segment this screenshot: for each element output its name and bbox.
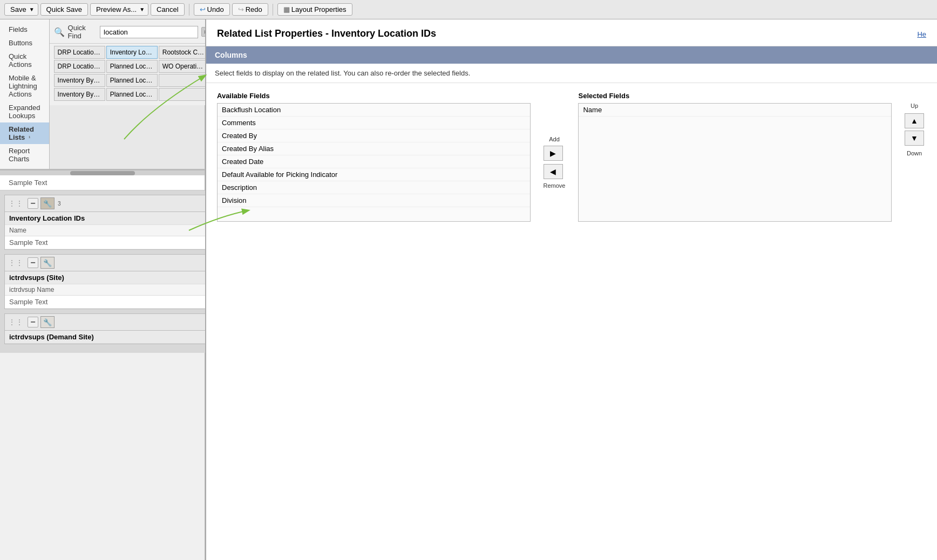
save-caret: ▼ xyxy=(29,6,35,12)
quick-save-button[interactable]: Quick Save xyxy=(40,3,88,16)
sidebar-nav: Fields Buttons Quick Actions Mobile & Li… xyxy=(0,19,49,169)
list-item xyxy=(159,88,210,101)
drag-handle-icon[interactable]: ⋮⋮ xyxy=(8,318,23,326)
add-field-button[interactable]: ▶ xyxy=(544,146,563,161)
cancel-button[interactable]: Cancel xyxy=(151,3,184,16)
selected-fields-list: Name xyxy=(578,103,892,222)
down-label: Down xyxy=(905,150,924,156)
properties-title: Related List Properties - Inventory Loca… xyxy=(217,28,436,39)
main-area: Fields Buttons Quick Actions Mobile & Li… xyxy=(0,19,937,560)
sidebar-item-buttons[interactable]: Buttons xyxy=(0,36,49,50)
available-field-item[interactable]: Created Date xyxy=(218,155,530,168)
drag-handle-icon[interactable]: ⋮⋮ xyxy=(8,258,23,267)
sample-text-bar: Sample Text xyxy=(0,175,205,190)
preview-button[interactable]: Preview As... ▼ xyxy=(90,3,148,16)
up-label: Up xyxy=(905,103,924,109)
available-fields-box: Available Fields Backflush Location Comm… xyxy=(217,92,531,222)
list-item[interactable]: Inventory By Seri... xyxy=(54,88,105,101)
layout-properties-label: Layout Properties xyxy=(291,5,347,13)
top-section: Fields Buttons Quick Actions Mobile & Li… xyxy=(0,19,205,170)
list-item xyxy=(159,74,210,87)
preview-label: Preview As... xyxy=(96,5,137,13)
sidebar-item-report-charts[interactable]: Report Charts xyxy=(0,144,49,166)
undo-label: Undo xyxy=(207,5,224,13)
block-badge: 3 xyxy=(58,201,61,207)
quick-find-area: 🔍 Quick Find × DRP Location Repl... Inve… xyxy=(50,19,214,169)
scrollbar-thumb[interactable] xyxy=(70,171,135,175)
available-field-item[interactable]: Created By xyxy=(218,129,530,142)
toolbar-sep-2 xyxy=(273,4,273,16)
layout-properties-icon: ▦ xyxy=(283,5,290,13)
sidebar-item-quick-actions[interactable]: Quick Actions xyxy=(0,50,49,71)
available-field-item[interactable]: Default Available for Picking Indicator xyxy=(218,168,530,181)
save-button[interactable]: Save ▼ xyxy=(4,3,38,16)
quick-save-label: Quick Save xyxy=(46,5,82,13)
transfer-buttons-area: Add ▶ ◀ Remove xyxy=(541,92,568,222)
quick-find-label: Quick Find xyxy=(68,24,97,40)
selected-fields-box: Selected Fields Name xyxy=(578,92,892,222)
available-field-item[interactable]: Created By Alias xyxy=(218,142,530,155)
list-item[interactable]: Rootstock Cost Tr... xyxy=(159,46,210,59)
wrench-button[interactable]: 🔧 xyxy=(40,197,55,209)
add-label: Add xyxy=(544,136,566,142)
related-lists-badge: ¹ xyxy=(27,135,30,141)
redo-icon: ↪ xyxy=(238,5,244,13)
remove-field-button[interactable]: ◀ xyxy=(544,164,563,179)
sidebar-item-mobile-lightning[interactable]: Mobile & Lightning Actions xyxy=(0,71,49,101)
available-field-item[interactable]: Comments xyxy=(218,117,530,129)
redo-label: Redo xyxy=(246,5,262,13)
sidebar-nav-container: Fields Buttons Quick Actions Mobile & Li… xyxy=(0,19,50,169)
search-icon: 🔍 xyxy=(54,27,65,37)
list-item[interactable]: Planned Location ... 2 xyxy=(106,60,158,73)
sidebar-item-expanded-lookups[interactable]: Expanded Lookups xyxy=(0,101,49,122)
list-item[interactable]: DRP Location Repl... xyxy=(54,46,105,59)
horizontal-scrollbar[interactable] xyxy=(0,170,205,175)
available-field-item[interactable]: Description xyxy=(218,181,530,194)
preview-caret: ▼ xyxy=(139,6,145,12)
undo-icon: ↩ xyxy=(200,5,206,13)
wrench-button[interactable]: 🔧 xyxy=(40,257,55,269)
columns-section-header: Columns xyxy=(206,46,937,64)
redo-button[interactable]: ↪ Redo xyxy=(232,3,268,16)
list-item[interactable]: DRP Location Repl... xyxy=(54,60,105,73)
list-item[interactable]: Planned Location ... xyxy=(106,88,158,101)
selected-fields-label: Selected Fields xyxy=(578,92,892,100)
sidebar-item-related-lists[interactable]: Related Lists ¹ xyxy=(0,122,49,144)
available-fields-list: Backflush Location Comments Created By C… xyxy=(217,103,531,222)
columns-section-desc: Select fields to display on the related … xyxy=(206,64,937,83)
quick-find-bar: 🔍 Quick Find × xyxy=(50,19,214,44)
list-item[interactable]: Inventory Locatio... xyxy=(106,46,158,59)
selected-field-item[interactable]: Name xyxy=(579,104,891,117)
list-item[interactable]: Planned Location ... xyxy=(106,74,158,87)
columns-area: Available Fields Backflush Location Comm… xyxy=(206,83,937,230)
layout-properties-button[interactable]: ▦ Layout Properties xyxy=(277,3,352,16)
cancel-label: Cancel xyxy=(157,5,178,13)
list-item[interactable]: WO Operation Loca... xyxy=(159,60,210,73)
left-panel: Fields Buttons Quick Actions Mobile & Li… xyxy=(0,19,205,560)
available-field-item[interactable]: Backflush Location xyxy=(218,104,530,117)
available-field-item[interactable]: Division xyxy=(218,194,530,207)
sidebar-item-fields[interactable]: Fields xyxy=(0,23,49,36)
quick-find-input[interactable] xyxy=(100,26,198,38)
available-fields-label: Available Fields xyxy=(217,92,531,100)
sample-text: Sample Text xyxy=(9,179,47,187)
remove-block-button[interactable]: − xyxy=(28,257,38,268)
remove-block-button[interactable]: − xyxy=(28,198,38,209)
save-label: Save xyxy=(10,5,26,13)
move-up-button[interactable]: ▲ xyxy=(905,113,924,128)
order-buttons-area: Up ▲ ▼ Down xyxy=(902,92,926,222)
move-down-button[interactable]: ▼ xyxy=(905,131,924,146)
help-link[interactable]: He xyxy=(917,30,926,38)
toolbar-sep-1 xyxy=(189,4,189,16)
wrench-button[interactable]: 🔧 xyxy=(40,316,55,328)
list-item[interactable]: Inventory By Loca... xyxy=(54,74,105,87)
toolbar: Save ▼ Quick Save Preview As... ▼ Cancel… xyxy=(0,0,937,19)
properties-panel: Related List Properties - Inventory Loca… xyxy=(205,19,937,560)
items-grid: DRP Location Repl... Inventory Locatio..… xyxy=(50,44,214,105)
remove-label: Remove xyxy=(544,182,566,189)
remove-block-button[interactable]: − xyxy=(28,317,38,327)
undo-button[interactable]: ↩ Undo xyxy=(194,3,230,16)
drag-handle-icon[interactable]: ⋮⋮ xyxy=(8,199,23,208)
